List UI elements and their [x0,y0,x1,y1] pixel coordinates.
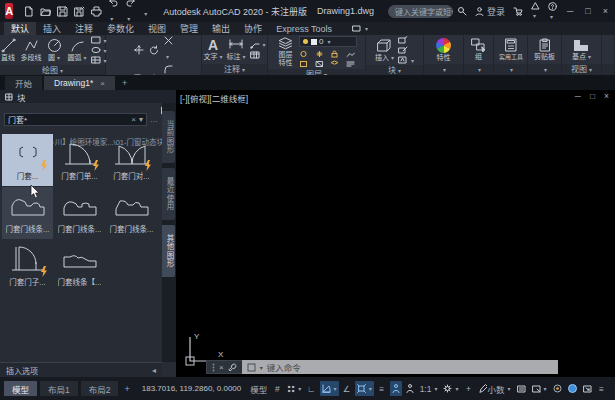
search-icon[interactable] [457,6,467,16]
utilities-button[interactable]: 实用工具 [496,38,525,60]
layer-off-icon[interactable] [299,50,311,58]
annotation-autoscale-icon[interactable] [404,381,416,396]
plot-icon[interactable] [91,6,102,17]
help-search-input[interactable]: 键入关键字或短语 [388,5,453,18]
qat-customize-icon[interactable] [142,2,147,20]
file-tab-start[interactable]: 开始 [5,76,42,90]
open-file-icon[interactable] [40,6,51,17]
layer-unisolate-icon[interactable] [315,60,327,68]
quick-properties-icon[interactable] [515,381,528,396]
layer-walk-icon[interactable] [346,60,358,68]
ribbon-tab-home[interactable]: 默认 [4,22,36,35]
layer-properties-button[interactable]: 图层特性 [275,37,296,66]
doc-minimize-button[interactable]: ─ [575,91,581,101]
layer-lock-icon[interactable] [330,50,342,58]
annotation-visibility-icon[interactable] [390,381,402,396]
table-tool-icon[interactable] [250,51,266,59]
command-close-icon[interactable]: × [219,363,224,372]
block-filter-input[interactable]: 门套* × ▾ [4,113,147,126]
ribbon-tab-express[interactable]: Express Tools [269,22,339,35]
customize-icon[interactable]: ≡ [596,381,608,396]
layer-isolate-icon[interactable] [299,60,311,68]
close-button[interactable]: × [601,6,610,16]
save-icon[interactable] [57,6,68,17]
arc-tool[interactable]: 圆弧 [67,38,88,61]
ui-lock-icon[interactable] [530,381,549,396]
maximize-button[interactable]: □ [583,6,592,16]
annotation-monitor-icon[interactable]: + [463,381,475,396]
doc-restore-button[interactable]: □ [590,91,595,101]
insertion-options-bar[interactable]: 插入选项 ◂ [0,362,162,377]
tab-model[interactable]: 模型 [4,381,37,396]
groups-button[interactable]: 组 [468,38,489,60]
tab-layout2[interactable]: 布局2 [81,381,119,396]
doc-close-button[interactable]: × [604,91,609,101]
polar-tracking-icon[interactable] [320,381,339,396]
text-tool[interactable]: A 文字 [203,38,224,60]
browse-drawings-button[interactable]: … [150,115,158,124]
side-tab-current-drawing[interactable]: 当前图形 [162,111,175,163]
collapse-options-icon[interactable]: ◂ [152,366,156,375]
new-layout-icon[interactable]: + [121,384,132,394]
help-icon[interactable] [548,2,557,21]
lineweight-icon[interactable]: ≡ [376,381,388,396]
clear-filter-icon[interactable]: × [131,115,136,124]
side-tab-recent[interactable]: 最近使用 [162,168,175,220]
isolate-objects-icon[interactable] [551,381,564,396]
viewport-controls[interactable]: [-][俯视][二维线框] [180,92,248,104]
block-tile-moulding-1[interactable]: 门套门线条... [2,187,53,239]
ribbon-tab-insert[interactable]: 插入 [36,22,68,35]
block-tile-moulding-4[interactable]: 门套线条【... [54,240,105,292]
annotation-scale-button[interactable]: 1:1 [418,381,440,396]
panel-label-clipboard[interactable] [528,64,561,75]
block-tile-moulding-2[interactable]: 门套门线条... [54,187,105,239]
dimension-tool[interactable]: 标注 [226,38,247,60]
hardware-acceleration-icon[interactable] [566,381,579,396]
new-file-icon[interactable] [23,6,34,17]
base-point-button[interactable]: 基点 [571,39,592,60]
side-tab-other-drawings[interactable]: 其他图形 [162,225,175,277]
block-tile-single-door[interactable]: 门套门单... [54,134,105,186]
ribbon-tab-output[interactable]: 输出 [205,22,237,35]
leader-tool-icon[interactable] [250,41,266,49]
panel-label-properties[interactable] [424,64,463,75]
block-tile-door-leaf[interactable]: 门套门子... [2,240,53,292]
circle-tool[interactable]: 圆 [44,38,65,61]
new-drawing-tab-icon[interactable]: + [117,76,132,90]
object-snap-icon[interactable] [355,381,374,396]
app-store-cart-icon[interactable] [513,7,523,16]
filter-dropdown-icon[interactable]: ▾ [139,115,143,124]
block-tile-moulding-3[interactable]: 门套门线条... [106,187,157,239]
workspace-gear-icon[interactable] [441,381,460,396]
layer-current-icon[interactable] [330,60,342,68]
snap-mode-icon[interactable] [285,381,303,396]
save-as-icon[interactable] [74,6,85,17]
clean-screen-icon[interactable] [581,381,594,396]
block-attributes-icon[interactable] [398,56,414,64]
isodraft-icon[interactable]: ∠ [341,381,353,396]
ribbon-display-toggle-icon[interactable] [345,22,375,35]
command-input[interactable]: ▾ 键入命令 [242,360,558,374]
rotate-tool-icon[interactable] [149,45,159,55]
autodesk-account-icon[interactable] [531,2,540,20]
command-line-grip[interactable]: × [206,360,242,374]
file-tab-drawing1[interactable]: Drawing1* × [44,76,115,90]
ribbon-tab-manage[interactable]: 管理 [173,22,205,35]
trim-tool-icon[interactable] [164,36,173,63]
block-tile-double-door[interactable]: 门套门对... [106,134,157,186]
layer-dropdown[interactable]: 0 [299,36,357,47]
command-line[interactable]: × ▾ 键入命令 [206,360,558,374]
panel-label-groups[interactable] [464,64,493,75]
model-space-toggle[interactable]: 模型 [248,381,269,396]
ribbon-tab-collaborate[interactable]: 协作 [237,22,269,35]
panel-label-annotation[interactable]: 注释 [202,64,267,75]
ribbon-tab-view[interactable]: 视图 [141,22,173,35]
signin-user-icon[interactable]: 登录 [475,5,505,18]
panel-label-utilities[interactable] [494,64,527,75]
block-tile-doorframe[interactable]: 门套... [2,134,53,186]
palette-header[interactable]: 块 [0,90,176,103]
move-tool-icon[interactable] [134,45,144,55]
ellipse-tool-icon[interactable] [91,46,107,54]
panel-label-view[interactable]: 视图 [562,64,601,75]
clipboard-button[interactable]: 剪贴板 [533,38,556,60]
